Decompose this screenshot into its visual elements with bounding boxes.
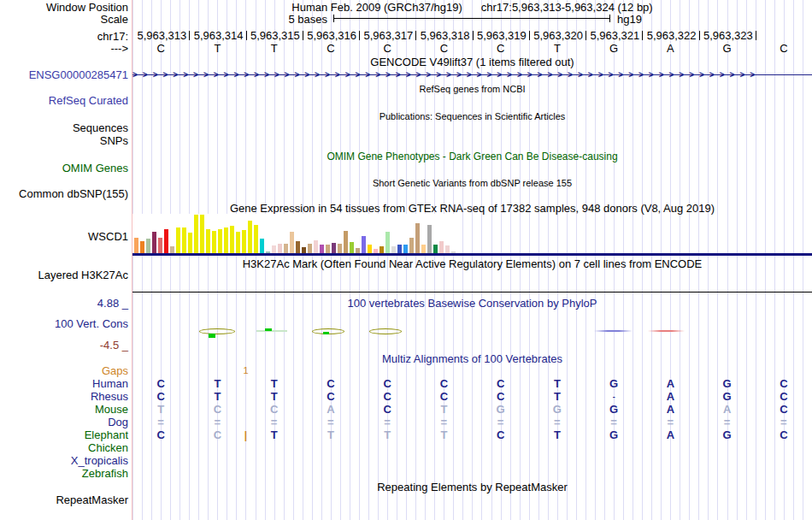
gtex-expression-bar[interactable] bbox=[403, 245, 408, 253]
gtex-expression-bar[interactable] bbox=[451, 251, 456, 253]
gtex-expression-bar[interactable] bbox=[397, 245, 402, 253]
species-label-rhesus[interactable]: Rhesus bbox=[0, 391, 128, 403]
gtex-expression-bar[interactable] bbox=[164, 229, 168, 253]
gtex-expression-bar[interactable] bbox=[224, 228, 228, 253]
track-title-refseq[interactable]: RefSeq genes from NCBI bbox=[132, 83, 812, 95]
gtex-expression-bar[interactable] bbox=[212, 231, 216, 253]
alignment-base: T bbox=[529, 378, 585, 390]
gtex-expression-bar[interactable] bbox=[380, 246, 384, 253]
gtex-expression-bar[interactable] bbox=[272, 245, 276, 253]
track-label-repeatmasker[interactable]: RepeatMasker bbox=[0, 494, 128, 506]
gtex-expression-bar[interactable] bbox=[158, 238, 162, 253]
track-title-repeatmasker[interactable]: Repeating Elements by RepeatMasker bbox=[132, 482, 812, 493]
gtex-expression-bar[interactable] bbox=[314, 240, 318, 253]
gtex-expression-bar[interactable] bbox=[218, 229, 222, 253]
track-title-omim[interactable]: OMIM Gene Phenotypes - Dark Green Can Be… bbox=[132, 151, 812, 162]
gtex-expression-bar[interactable] bbox=[260, 239, 264, 253]
gtex-expression-bar[interactable] bbox=[445, 245, 450, 253]
track-label-snps[interactable]: SNPs bbox=[0, 135, 128, 147]
base-letter: T bbox=[529, 43, 585, 54]
gtex-expression-bar[interactable] bbox=[266, 251, 270, 253]
gtex-expression-bar[interactable] bbox=[338, 244, 342, 253]
gtex-expression-bar[interactable] bbox=[415, 223, 420, 253]
gene-direction-arrows[interactable]: >>>>>>>>>>>>>>>>>>>>>>>>>>>>>>>>>>>>>>>>… bbox=[132, 70, 812, 80]
track-label-layered-h3k27ac[interactable]: Layered H3K27Ac bbox=[0, 269, 128, 281]
gtex-expression-bar[interactable] bbox=[284, 244, 288, 253]
track-title-conservation[interactable]: 100 vertebrates Basewise Conservation by… bbox=[132, 298, 812, 310]
gtex-expression-bar[interactable] bbox=[134, 238, 138, 253]
species-label-chicken[interactable]: Chicken bbox=[0, 442, 128, 454]
gtex-expression-bar[interactable] bbox=[308, 244, 312, 253]
gtex-expression-bar[interactable] bbox=[350, 242, 354, 253]
gtex-expression-bar[interactable] bbox=[368, 245, 372, 253]
gtex-expression-bar[interactable] bbox=[188, 233, 192, 253]
gtex-expression-bar[interactable] bbox=[254, 225, 258, 253]
gtex-expression-bar[interactable] bbox=[278, 244, 282, 253]
gene-label-ensg[interactable]: ENSG00000285471 bbox=[0, 69, 128, 81]
gtex-expression-bar[interactable] bbox=[140, 241, 144, 253]
alignment-base: A bbox=[699, 404, 756, 416]
species-label-zebrafish[interactable]: Zebrafish bbox=[0, 468, 128, 480]
gtex-expression-bar[interactable] bbox=[230, 226, 234, 253]
gtex-expression-bar[interactable] bbox=[176, 228, 180, 253]
gene-label-wscd1[interactable]: WSCD1 bbox=[0, 231, 128, 243]
gtex-expression-bar[interactable] bbox=[290, 232, 294, 253]
track-label-gaps[interactable]: Gaps bbox=[0, 365, 128, 377]
track-title-gtex[interactable]: Gene Expression in 54 tissues from GTEx … bbox=[132, 203, 812, 215]
gtex-expression-bar[interactable] bbox=[236, 232, 240, 253]
position-range: chr17:5,963,313-5,963,324 (12 bp) bbox=[481, 1, 653, 14]
alignment-base: C bbox=[359, 378, 415, 390]
ucsc-genome-browser: Window Position Human Feb. 2009 (GRCh37/… bbox=[0, 0, 812, 520]
gtex-expression-bar[interactable] bbox=[391, 246, 396, 253]
track-title-multiz[interactable]: Multiz Alignments of 100 Vertebrates bbox=[132, 353, 812, 365]
gtex-expression-bar[interactable] bbox=[326, 245, 330, 253]
gtex-expression-bar[interactable] bbox=[152, 232, 156, 253]
gtex-expression-bar[interactable] bbox=[421, 245, 426, 253]
gtex-expression-bar[interactable] bbox=[296, 241, 300, 253]
gtex-expression-bar[interactable] bbox=[362, 236, 366, 253]
gtex-expression-bar[interactable] bbox=[433, 245, 438, 253]
track-label-omim-genes[interactable]: OMIM Genes bbox=[0, 162, 128, 174]
phylop-conservation-mark bbox=[594, 330, 633, 332]
track-label-100-vert-cons[interactable]: 100 Vert. Cons bbox=[0, 318, 128, 330]
alignment-base: C bbox=[473, 378, 529, 390]
gtex-expression-bar[interactable] bbox=[248, 221, 252, 253]
gtex-expression-bar[interactable] bbox=[242, 230, 246, 253]
species-label-x_tropicalis[interactable]: X_tropicalis bbox=[0, 455, 128, 467]
gtex-expression-bar[interactable] bbox=[427, 225, 432, 253]
track-label-refseq-curated[interactable]: RefSeq Curated bbox=[0, 95, 128, 107]
gtex-expression-bar[interactable] bbox=[200, 215, 204, 253]
gtex-expression-bar[interactable] bbox=[439, 241, 444, 253]
track-title-gencode[interactable]: GENCODE V49lift37 (1 items filtered out) bbox=[132, 56, 812, 68]
gtex-expression-bar[interactable] bbox=[170, 246, 174, 253]
alignment-base: C bbox=[473, 429, 529, 441]
gtex-expression-bar[interactable] bbox=[356, 248, 360, 253]
gtex-expression-bar[interactable] bbox=[409, 238, 414, 253]
species-label-mouse[interactable]: Mouse bbox=[0, 404, 128, 416]
label-scale: Scale bbox=[0, 14, 128, 26]
species-label-elephant[interactable]: Elephant bbox=[0, 429, 128, 441]
alignment-base: C bbox=[359, 391, 415, 403]
gtex-expression-bar[interactable] bbox=[194, 215, 198, 253]
species-label-human[interactable]: Human bbox=[0, 378, 128, 390]
alignment-base: C bbox=[132, 378, 189, 390]
gtex-expression-bar[interactable] bbox=[206, 229, 210, 253]
track-title-publications[interactable]: Publications: Sequences in Scientific Ar… bbox=[132, 110, 812, 122]
gtex-expression-bar[interactable] bbox=[385, 232, 390, 253]
track-title-dbsnp[interactable]: Short Genetic Variants from dbSNP releas… bbox=[132, 177, 812, 189]
track-label-sequences[interactable]: Sequences bbox=[0, 122, 128, 134]
gtex-expression-bar[interactable] bbox=[302, 247, 306, 253]
species-label-dog[interactable]: Dog bbox=[0, 417, 128, 428]
gtex-expression-bar[interactable] bbox=[374, 249, 378, 253]
alignment-base: T bbox=[415, 429, 472, 441]
gtex-expression-bar[interactable] bbox=[320, 245, 324, 253]
alignment-base: C bbox=[756, 404, 812, 416]
gtex-expression-bar[interactable] bbox=[182, 228, 186, 253]
gtex-expression-bar[interactable] bbox=[146, 239, 150, 253]
alignment-base: G bbox=[529, 404, 585, 416]
gtex-expression-bar[interactable] bbox=[332, 243, 336, 253]
track-label-common-dbsnp[interactable]: Common dbSNP(155) bbox=[0, 188, 128, 200]
alignment-base: T bbox=[359, 429, 415, 441]
gtex-expression-bar[interactable] bbox=[344, 231, 348, 253]
track-title-h3k27ac[interactable]: H3K27Ac Mark (Often Found Near Active Re… bbox=[132, 258, 812, 270]
